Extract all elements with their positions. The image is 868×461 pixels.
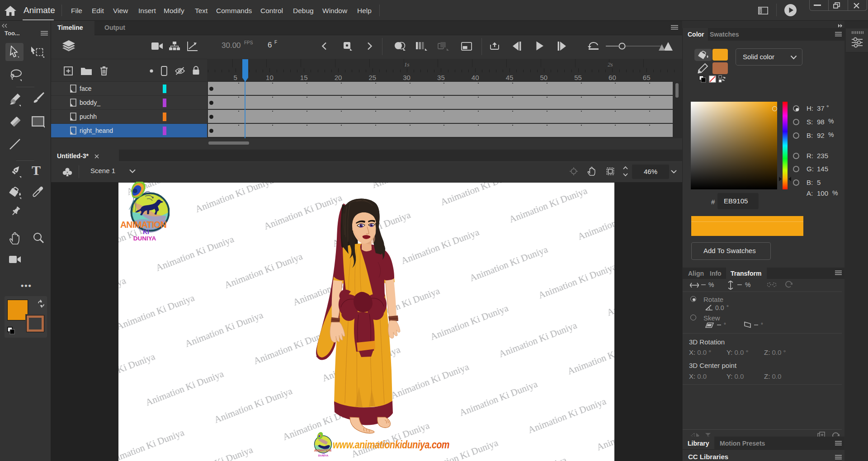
svg-text:DUNIYA: DUNIYA <box>133 235 156 242</box>
svg-text:DUNIYA: DUNIYA <box>318 454 329 457</box>
svg-text:www.animationkiduniya.com: www.animationkiduniya.com <box>333 438 449 451</box>
svg-text:KI: KI <box>143 228 149 235</box>
